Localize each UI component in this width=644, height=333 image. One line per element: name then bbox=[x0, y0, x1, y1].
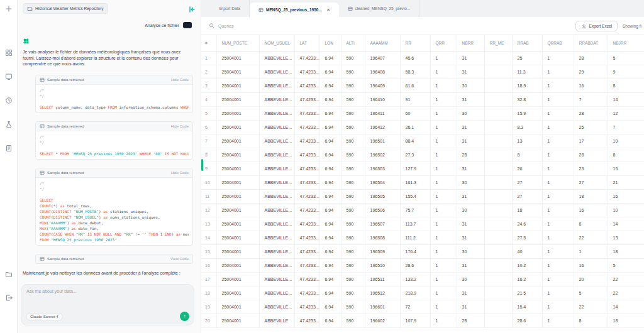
table-row[interactable]: 425004001ABBEVILLE...47.4233...6.9459019… bbox=[201, 92, 644, 106]
chat-input[interactable] bbox=[26, 289, 189, 307]
tab-mensq-25-previous-1950[interactable]: MENSQ_25_previous_1950...× bbox=[250, 3, 339, 17]
column-header[interactable]: ALTI bbox=[341, 35, 365, 51]
cell: 30 bbox=[457, 175, 484, 189]
export-excel-button[interactable]: Export Excel bbox=[575, 21, 618, 31]
display-icon-button[interactable] bbox=[4, 72, 14, 82]
chat-input-footer: Claude Sonnet 4 ↑ bbox=[26, 312, 189, 321]
cell: 1 bbox=[430, 51, 457, 65]
tab-cleaned-mensq-25-previo[interactable]: cleaned_MENSQ_25_previo... bbox=[339, 0, 420, 17]
column-header[interactable]: QRRAB bbox=[542, 35, 574, 51]
repo-chip[interactable]: Historical Weather Metrics Repository bbox=[23, 3, 108, 14]
cell: 31 bbox=[457, 92, 484, 106]
cell: 30 bbox=[457, 79, 484, 92]
cell: ABBEVILLE... bbox=[259, 134, 294, 148]
row-number: 19 bbox=[201, 300, 216, 314]
cell: 47.4233... bbox=[294, 161, 319, 175]
code-toggle-link[interactable]: View Code bbox=[170, 257, 189, 261]
table-row[interactable]: 525004001ABBEVILLE...47.4233...6.9459019… bbox=[201, 106, 644, 120]
column-header[interactable]: LON bbox=[319, 35, 341, 51]
cell: 22 bbox=[608, 286, 644, 300]
table-row[interactable]: 125004001ABBEVILLE...47.4233...6.9459019… bbox=[201, 51, 644, 65]
apps-grid-icon-button[interactable] bbox=[4, 48, 14, 58]
code-toggle-link[interactable]: Hide Code bbox=[171, 124, 189, 128]
history-icon-button[interactable] bbox=[4, 96, 14, 106]
cell: 1 bbox=[430, 189, 457, 203]
table-row[interactable]: 1125004001ABBEVILLE...47.4233...6.945901… bbox=[201, 189, 644, 203]
table-row[interactable]: 1825004001ABBEVILLE...47.4233...6.945901… bbox=[201, 286, 644, 300]
table-row[interactable]: 1225004001ABBEVILLE...47.4233...6.945901… bbox=[201, 203, 644, 217]
row-number: 20 bbox=[201, 314, 216, 327]
cell: 23 bbox=[574, 161, 608, 175]
column-header[interactable]: # bbox=[201, 35, 216, 51]
app-root: Historical Weather Metrics Repository An… bbox=[0, 0, 644, 333]
cell: 1 bbox=[430, 272, 457, 286]
analyze-toggle[interactable] bbox=[183, 22, 192, 28]
notes-icon-button[interactable] bbox=[4, 143, 14, 153]
column-header[interactable]: LAT bbox=[294, 35, 319, 51]
cell bbox=[484, 120, 512, 134]
chat-panel: Historical Weather Metrics Repository An… bbox=[18, 0, 201, 333]
table-row[interactable]: 225004001ABBEVILLE...47.4233...6.9459019… bbox=[201, 65, 644, 79]
table-row[interactable]: 1625004001ABBEVILLE...47.4233...6.945901… bbox=[201, 258, 644, 272]
code-toggle-link[interactable]: Hide Code bbox=[171, 171, 189, 175]
table-row[interactable]: 1725004001ABBEVILLE...47.4233...6.945901… bbox=[201, 272, 644, 286]
cell: 25 bbox=[512, 51, 542, 65]
table-row[interactable]: 1025004001ABBEVILLE...47.4233...6.945901… bbox=[201, 175, 644, 189]
column-header[interactable]: RRABDAT bbox=[574, 35, 608, 51]
cell: 88.4 bbox=[400, 134, 430, 148]
logout-icon-button[interactable] bbox=[4, 293, 14, 303]
cell: 196512 bbox=[365, 286, 400, 300]
code-toggle-link[interactable]: Hide Code bbox=[171, 78, 189, 82]
table-row[interactable]: 1925004001ABBEVILLE...47.4233...6.945901… bbox=[201, 300, 644, 314]
new-chat-icon-button[interactable] bbox=[4, 4, 14, 14]
cell: 16.2 bbox=[512, 272, 542, 286]
cell: 1 bbox=[430, 244, 457, 258]
column-header[interactable]: NUM_POSTE bbox=[216, 35, 259, 51]
cell: 1 bbox=[542, 272, 574, 286]
data-panel: Import DataMENSQ_25_previous_1950...×cle… bbox=[201, 0, 644, 333]
table-row[interactable]: 1325004001ABBEVILLE...47.4233...6.945901… bbox=[201, 217, 644, 231]
row-number: 16 bbox=[201, 258, 216, 272]
cell bbox=[484, 79, 512, 92]
sql-code: /**/ SELECT column_name, data_type FROM … bbox=[36, 85, 192, 112]
table-row[interactable]: 1525004001ABBEVILLE...47.4233...6.945901… bbox=[201, 244, 644, 258]
experiments-flask-icon-button[interactable] bbox=[4, 119, 14, 129]
column-header[interactable]: AAAAMM bbox=[365, 35, 400, 51]
sql-code: /**/ SELECTCOUNT(*) as total_rows,COUNT(… bbox=[36, 178, 192, 245]
table-row[interactable]: 1425004001ABBEVILLE...47.4233...6.945901… bbox=[201, 231, 644, 244]
column-header[interactable]: RRAB bbox=[512, 35, 542, 51]
table-row[interactable]: 925004001ABBEVILLE...47.4233...6.9459019… bbox=[201, 161, 644, 175]
column-header[interactable]: NBRR bbox=[457, 35, 484, 51]
column-header[interactable]: NBJRR bbox=[608, 35, 644, 51]
cell: 1 bbox=[430, 92, 457, 106]
cell: 22 bbox=[574, 231, 608, 244]
cell: 196509 bbox=[365, 244, 400, 258]
table-row[interactable]: 725004001ABBEVILLE...47.4233...6.9459019… bbox=[201, 134, 644, 148]
cell: 22 bbox=[574, 300, 608, 314]
cell: 196407 bbox=[365, 51, 400, 65]
cell: 31 bbox=[457, 258, 484, 272]
files-folder-icon-button[interactable] bbox=[4, 269, 14, 279]
send-button[interactable]: ↑ bbox=[180, 312, 189, 321]
cell: 31 bbox=[457, 189, 484, 203]
column-header[interactable]: RR_ME bbox=[484, 35, 512, 51]
table-row[interactable]: 2025004001ABBEVILLE47.4233...6.945901966… bbox=[201, 314, 644, 327]
column-header[interactable]: NOM_USUEL bbox=[259, 35, 294, 51]
cell: ABBEVILLE... bbox=[259, 106, 294, 120]
close-icon[interactable]: × bbox=[327, 7, 330, 13]
column-header[interactable]: QRR bbox=[430, 35, 457, 51]
assistant-message-followup: Maintenant je vais nettoyer les données … bbox=[23, 270, 185, 276]
cell: 6.94 bbox=[319, 134, 341, 148]
data-grid: #NUM_POSTENOM_USUELLATLONALTIAAAAMMRRQRR… bbox=[201, 35, 644, 333]
table-row[interactable]: 325004001ABBEVILLE...47.4233...6.9459019… bbox=[201, 79, 644, 92]
table-row[interactable]: 825004001ABBEVILLE...47.4233...6.9459019… bbox=[201, 148, 644, 161]
search-queries-input[interactable]: Queries bbox=[209, 23, 234, 29]
cell: 47.4233... bbox=[294, 148, 319, 161]
table-row[interactable]: 625004001ABBEVILLE...47.4233...6.9459019… bbox=[201, 120, 644, 134]
tab-import-data[interactable]: Import Data bbox=[210, 0, 250, 17]
column-header[interactable]: RR bbox=[400, 35, 430, 51]
collapse-panel-button[interactable] bbox=[187, 3, 197, 17]
row-number: 18 bbox=[201, 286, 216, 300]
cell: 25004001 bbox=[216, 51, 259, 65]
model-selector[interactable]: Claude Sonnet 4 bbox=[26, 313, 63, 320]
